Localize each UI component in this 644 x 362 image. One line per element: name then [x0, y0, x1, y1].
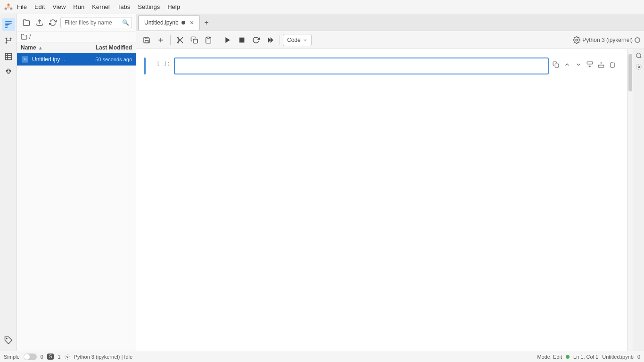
svg-rect-24 — [207, 37, 209, 38]
restart-run-all-button[interactable] — [264, 33, 277, 47]
breadcrumb: / — [17, 32, 136, 42]
notebook-file-icon: In — [21, 55, 29, 64]
save-notebook-button[interactable] — [140, 33, 153, 47]
mode-label: Mode: Edit — [537, 354, 562, 360]
menu-file[interactable]: File — [13, 1, 31, 12]
sidebar-files-icon[interactable] — [2, 18, 15, 31]
sidebar-extension-icon[interactable] — [2, 66, 15, 79]
cell-prompt: [ ]: — [157, 60, 170, 67]
copy-cell-button[interactable] — [188, 33, 201, 47]
svg-marker-28 — [271, 37, 273, 43]
move-cell-up[interactable] — [562, 59, 572, 70]
icon-sidebar — [0, 14, 17, 351]
notebook-scrollbar[interactable] — [627, 49, 633, 351]
status-right: Mode: Edit Ln 1, Col 1 Untitled.ipynb 0 — [537, 354, 640, 360]
simple-mode-toggle[interactable] — [24, 354, 37, 360]
add-cell-button[interactable] — [154, 33, 167, 47]
new-folder-button[interactable] — [21, 17, 32, 28]
toggle-thumb — [24, 354, 30, 360]
sidebar-git-icon[interactable] — [2, 34, 15, 47]
s-badge: S — [47, 354, 54, 360]
paste-cell-button[interactable] — [202, 33, 215, 47]
status-settings-icon[interactable] — [65, 354, 70, 360]
svg-point-40 — [66, 356, 68, 357]
menu-view[interactable]: View — [49, 1, 69, 12]
file-name: Untitled.ipy… — [32, 56, 80, 63]
scrollbar-thumb[interactable] — [628, 54, 632, 91]
file-modified: 50 seconds ago — [80, 57, 132, 62]
status-zero: 0 — [41, 354, 43, 360]
notebook-content: [ ]: — [136, 49, 627, 351]
svg-point-5 — [9, 38, 11, 40]
tab-close-button[interactable]: × — [190, 19, 194, 26]
right-panel-icon-2[interactable] — [634, 62, 644, 72]
status-one: 1 — [58, 354, 60, 360]
file-item[interactable]: In Untitled.ipy… 50 seconds ago — [17, 53, 136, 66]
delete-cell[interactable] — [607, 59, 618, 70]
cell-input[interactable] — [174, 58, 549, 74]
toolbar-separator-3 — [280, 35, 280, 45]
sidebar-list-icon[interactable] — [2, 50, 15, 63]
kernel-status-circle — [635, 37, 640, 43]
svg-point-1 — [5, 7, 7, 9]
svg-line-38 — [640, 57, 641, 58]
toolbar-separator-1 — [170, 35, 171, 45]
stop-kernel-button[interactable] — [235, 33, 248, 47]
right-panel-icon-1[interactable] — [634, 51, 644, 60]
svg-rect-31 — [587, 62, 593, 64]
menu-help[interactable]: Help — [164, 1, 184, 12]
tab-dirty-indicator — [182, 21, 185, 25]
right-icon-panel — [633, 49, 644, 351]
breadcrumb-path: / — [29, 33, 31, 40]
notebook-area: Untitled.ipynb × + — [136, 14, 644, 351]
filter-input[interactable] — [60, 17, 132, 28]
menu-kernel[interactable]: Kernel — [88, 1, 114, 12]
cell-actions — [549, 58, 619, 70]
sidebar-puzzle-icon[interactable] — [2, 334, 15, 347]
toggle-track[interactable] — [24, 354, 37, 360]
modified-column-header[interactable]: Last Modified — [80, 44, 132, 51]
svg-rect-30 — [555, 64, 559, 67]
kernel-status-text: Python 3 (ipykernel) | Idle — [74, 354, 133, 360]
cell-container: [ ]: — [136, 57, 627, 75]
file-list-header[interactable]: Name ▲ Last Modified — [17, 42, 136, 53]
menu-edit[interactable]: Edit — [31, 1, 49, 12]
cut-cell-button[interactable] — [173, 33, 187, 47]
menu-settings[interactable]: Settings — [134, 1, 164, 12]
jupyter-logo-icon — [4, 2, 13, 12]
copy-cell-action[interactable] — [551, 59, 561, 70]
notification-count: 0 — [637, 354, 640, 360]
svg-rect-8 — [5, 53, 12, 60]
name-column-header[interactable]: Name ▲ — [21, 44, 80, 51]
notebook-tab[interactable]: Untitled.ipynb × — [138, 15, 200, 30]
svg-point-3 — [7, 5, 10, 8]
svg-point-29 — [576, 39, 578, 41]
svg-point-18 — [178, 42, 179, 43]
restart-kernel-button[interactable] — [249, 33, 263, 47]
svg-rect-26 — [239, 37, 245, 42]
new-tab-button[interactable]: + — [201, 17, 212, 28]
menu-bar: File Edit View Run Kernel Tabs Settings … — [0, 0, 644, 14]
cell-type-selector[interactable]: Code — [283, 34, 312, 46]
kernel-name: Python 3 (ipykernel) — [582, 37, 633, 43]
add-cell-above[interactable] — [585, 59, 595, 70]
move-cell-down[interactable] — [573, 59, 584, 70]
svg-point-6 — [5, 42, 7, 44]
settings-icon[interactable] — [573, 36, 580, 44]
svg-marker-25 — [225, 37, 230, 43]
status-left: Simple 0 S 1 Python 3 (ipykernel) | Idle — [4, 354, 132, 360]
open-filename: Untitled.ipynb — [602, 354, 634, 360]
menu-run[interactable]: Run — [69, 1, 88, 12]
add-cell-below[interactable] — [596, 59, 606, 70]
run-cell-button[interactable] — [221, 33, 234, 47]
refresh-button[interactable] — [47, 17, 58, 28]
svg-point-2 — [10, 7, 12, 9]
toolbar-separator-2 — [218, 35, 218, 45]
cell-type-label: Code — [287, 37, 301, 43]
upload-button[interactable] — [34, 17, 45, 28]
svg-text:In: In — [23, 58, 27, 61]
folder-icon — [21, 33, 27, 40]
menu-tabs[interactable]: Tabs — [114, 1, 134, 12]
scrollbar-track — [627, 54, 633, 351]
status-bar: Simple 0 S 1 Python 3 (ipykernel) | Idle… — [0, 351, 644, 362]
